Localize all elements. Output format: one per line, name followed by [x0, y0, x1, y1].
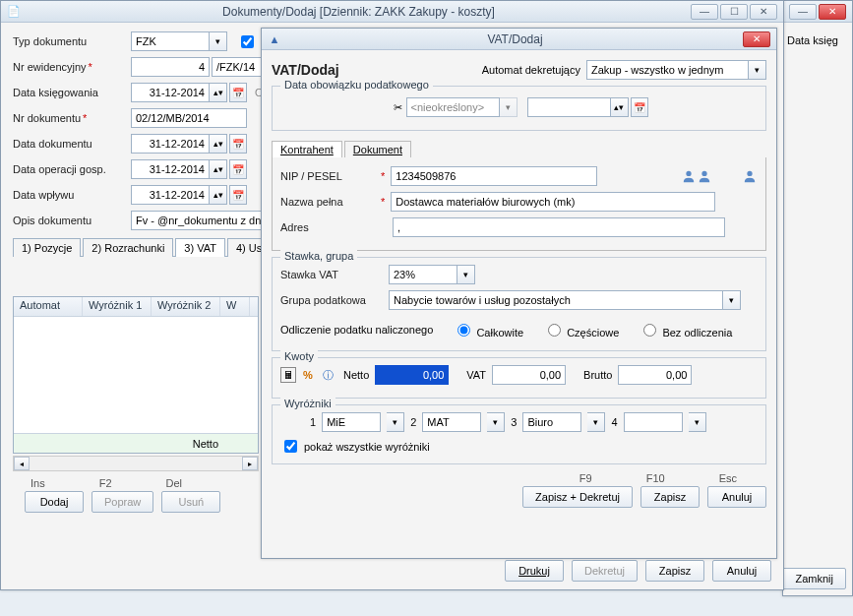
data-obowiazku-spin[interactable]: ▴▾: [611, 97, 629, 117]
wyr3-dd[interactable]: ▾: [587, 412, 605, 432]
grupa-dropdown[interactable]: ▾: [723, 290, 741, 310]
bg-minimize[interactable]: —: [789, 4, 817, 20]
vat-app-icon: ▲: [268, 32, 281, 46]
data-ksieg-input[interactable]: [131, 83, 210, 102]
percent-icon[interactable]: %: [300, 367, 316, 383]
grupa-input[interactable]: [389, 290, 723, 310]
wyr1-input[interactable]: [322, 412, 381, 432]
wyr1-dd[interactable]: ▾: [387, 412, 404, 432]
dekretuj-button[interactable]: Dekretuj: [572, 560, 638, 582]
person-icon-3[interactable]: [742, 168, 758, 184]
vat-amt-label: VAT: [466, 369, 486, 381]
vat-amt-input[interactable]: [492, 365, 566, 385]
hint-f10: F10: [646, 472, 665, 484]
nieokreslony-dropdown[interactable]: ▾: [500, 97, 518, 117]
main-maximize-button[interactable]: ☐: [720, 4, 748, 20]
typ-dokumentu-input[interactable]: [131, 31, 210, 51]
main-minimize-button[interactable]: —: [691, 4, 718, 20]
col-wyr1[interactable]: Wyróżnik 1: [83, 297, 152, 316]
zapisz-button[interactable]: Zapisz: [645, 560, 704, 582]
wyr2-input[interactable]: [422, 412, 481, 432]
data-obowiazku-date[interactable]: [527, 97, 611, 117]
subtab-dokument[interactable]: Dokument: [344, 141, 411, 157]
data-wplywu-spin[interactable]: ▴▾: [210, 185, 227, 205]
data-dok-calendar-icon[interactable]: 📅: [229, 134, 247, 154]
data-ksieg-spin[interactable]: ▴▾: [210, 83, 227, 102]
wyrozniki-group: Wyróżniki 1 ▾ 2 ▾ 3 ▾ 4 ▾ pokaż wszystki…: [272, 404, 766, 464]
data-wplywu-input[interactable]: [131, 185, 210, 205]
info-icon[interactable]: ⓘ: [320, 367, 335, 383]
scroll-right[interactable]: ▸: [242, 457, 258, 470]
wyr2-dd[interactable]: ▾: [487, 412, 505, 432]
vat-zapisz-button[interactable]: Zapisz: [640, 486, 700, 508]
data-dok-spin[interactable]: ▴▾: [210, 134, 227, 154]
tab-vat[interactable]: 3) VAT: [175, 238, 225, 257]
adres-input[interactable]: [393, 217, 725, 237]
wyr4-dd[interactable]: ▾: [689, 412, 706, 432]
data-oper-spin[interactable]: ▴▾: [210, 159, 227, 179]
nr-dok-label: Nr dokumentu*: [13, 112, 131, 124]
nieokreslony-input[interactable]: [406, 97, 500, 117]
data-obowiazku-title: Data obowiązku podatkowego: [280, 79, 433, 91]
bg-close[interactable]: ✕: [819, 4, 846, 20]
kwoty-group: Kwoty 🖩 % ⓘ Netto VAT Brutto: [272, 357, 766, 399]
scroll-left[interactable]: ◂: [14, 457, 30, 470]
subtab-kontrahent[interactable]: Kontrahent: [272, 141, 342, 157]
automat-input[interactable]: [586, 60, 749, 80]
zapisz-dekretuj-button[interactable]: Zapisz + Dekretuj: [522, 486, 633, 508]
hint-esc: Esc: [719, 472, 737, 484]
nr-ewid-input[interactable]: [131, 57, 210, 77]
radio-czesciowe[interactable]: Częściowe: [543, 321, 619, 339]
col-automat[interactable]: Automat: [14, 297, 83, 316]
anuluj-button[interactable]: Anuluj: [712, 560, 771, 582]
data-obowiazku-group: Data obowiązku podatkowego ✂ ▾ ▴▾ 📅: [272, 86, 766, 131]
dodaj-button[interactable]: Dodaj: [25, 491, 84, 513]
drukuj-button[interactable]: Drukuj: [505, 560, 564, 582]
tab-pozycje[interactable]: 1) Pozycje: [13, 238, 81, 257]
brutto-input[interactable]: [618, 365, 692, 385]
wyr3-input[interactable]: [522, 412, 581, 432]
svg-point-0: [686, 171, 691, 176]
data-ksieg-calendar-icon[interactable]: 📅: [229, 83, 247, 102]
wyr4-input[interactable]: [624, 412, 683, 432]
calculator-icon[interactable]: 🖩: [280, 367, 296, 383]
radio-bez[interactable]: Bez odliczenia: [639, 321, 732, 339]
typ-dokumentu-dropdown[interactable]: ▾: [210, 31, 227, 51]
person-icon-1[interactable]: [681, 168, 697, 184]
hint-ins: Ins: [30, 477, 45, 489]
main-close-button[interactable]: ✕: [750, 4, 777, 20]
radio-calkowite[interactable]: Całkowite: [453, 321, 523, 339]
vat-anuluj-button[interactable]: Anuluj: [707, 486, 766, 508]
data-oper-input[interactable]: [131, 159, 210, 179]
person-icon-2[interactable]: [697, 168, 712, 184]
adres-label: Adres: [280, 221, 379, 233]
col-w[interactable]: W: [220, 297, 250, 316]
stawka-dropdown[interactable]: ▾: [457, 265, 475, 284]
bg-label: Data księg: [783, 23, 852, 58]
nip-label: NIP / PESEL: [280, 170, 379, 182]
nip-input[interactable]: [391, 166, 597, 186]
opis-input[interactable]: [131, 211, 269, 230]
data-dok-label: Data dokumentu: [13, 138, 131, 150]
tab-rozrachunki[interactable]: 2) Rozrachunki: [83, 238, 173, 257]
wyr2-n: 2: [410, 416, 416, 428]
brutto-label: Brutto: [583, 369, 612, 381]
nazwa-input[interactable]: [391, 192, 715, 212]
pokaz-wszystkie-checkbox[interactable]: pokaż wszystkie wyróżniki: [280, 437, 430, 456]
netto-input[interactable]: [375, 365, 449, 385]
bg-zamknij-button[interactable]: Zamknij: [782, 568, 846, 589]
data-obowiazku-calendar-icon[interactable]: 📅: [631, 97, 648, 117]
table-footer-netto: Netto: [193, 438, 218, 450]
stawka-input[interactable]: [389, 265, 457, 284]
vat-close-button[interactable]: ✕: [743, 31, 770, 47]
data-wplywu-calendar-icon[interactable]: 📅: [229, 185, 247, 205]
data-oper-calendar-icon[interactable]: 📅: [229, 159, 247, 179]
popraw-button[interactable]: Popraw: [91, 491, 153, 513]
automat-dropdown[interactable]: ▾: [749, 60, 766, 80]
app-icon: 📄: [7, 5, 21, 19]
col-wyr2[interactable]: Wyróżnik 2: [152, 297, 220, 316]
nr-dok-input[interactable]: [131, 108, 247, 128]
vat-titlebar: ▲ VAT/Dodaj ✕: [262, 29, 776, 50]
data-dok-input[interactable]: [131, 134, 210, 154]
usun-button[interactable]: Usuń: [161, 491, 220, 513]
